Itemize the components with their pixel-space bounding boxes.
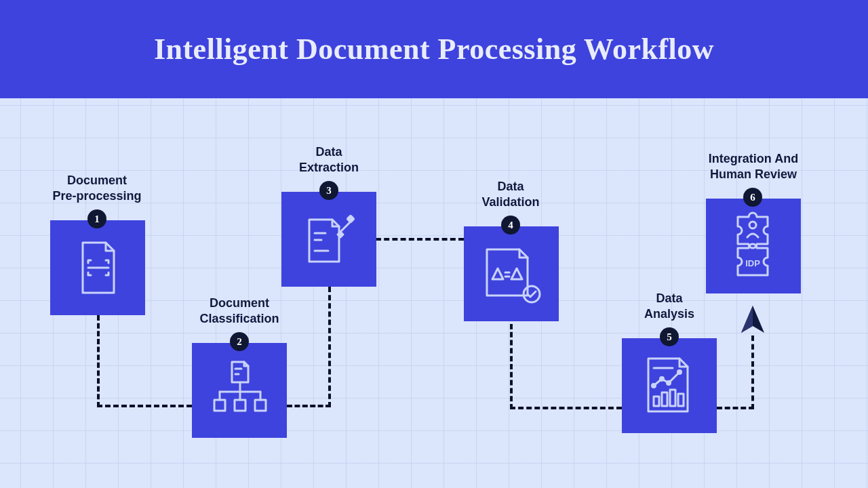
step-1-badge: 1: [87, 209, 106, 228]
connector-4-5-h: [510, 407, 622, 409]
document-chart-icon: [639, 352, 700, 420]
connector-4-5-v: [510, 324, 513, 409]
document-hierarchy-icon: [209, 357, 270, 424]
step-2-box: [192, 343, 287, 438]
step-4-label-line1: Data: [497, 180, 524, 193]
connector-1-2-v: [97, 315, 100, 407]
step-5-box: [622, 338, 717, 433]
step-4-label: Data Validation: [450, 179, 572, 209]
connector-5-6-h: [717, 407, 754, 409]
step-2-label-line2: Classification: [199, 312, 279, 325]
step-6-label-line1: Integration And: [709, 152, 798, 165]
svg-point-20: [652, 384, 656, 388]
step-3-label: Data Extraction: [268, 144, 390, 175]
document-scan-icon: [71, 237, 125, 298]
step-3-badge: 3: [319, 181, 338, 200]
svg-marker-1: [741, 306, 753, 333]
puzzle-person-icon: IDP: [723, 209, 784, 283]
svg-rect-9: [214, 400, 225, 411]
svg-rect-26: [670, 390, 675, 406]
connector-3-4-h: [376, 238, 464, 241]
svg-point-21: [660, 378, 664, 381]
step-6-label-line2: Human Review: [710, 167, 797, 181]
step-1-label-line1: Document: [67, 174, 127, 187]
svg-point-23: [678, 371, 682, 374]
arrow-up-icon: [741, 306, 764, 337]
svg-rect-10: [235, 400, 245, 411]
step-2-label-line1: Document: [210, 296, 269, 310]
svg-point-22: [667, 382, 671, 385]
step-6-label: Integration And Human Review: [692, 151, 814, 182]
diagram-canvas: Document Pre-processing 1 Document Class…: [0, 98, 868, 488]
document-edit-icon: [298, 209, 359, 270]
step-4-box: [464, 226, 559, 321]
connector-2-3-h: [287, 405, 331, 407]
step-1-box: [50, 220, 145, 315]
document-check-icon: [477, 240, 545, 308]
connector-5-6-v: [751, 336, 754, 409]
step-5-label-line2: Analysis: [644, 307, 694, 321]
puzzle-idp-text: IDP: [745, 258, 760, 268]
connector-2-3-v: [328, 287, 331, 407]
connector-1-2-h: [97, 405, 192, 407]
svg-rect-15: [346, 214, 355, 224]
step-4-label-line2: Validation: [481, 195, 539, 209]
step-1-label-line2: Pre-processing: [52, 189, 141, 203]
step-6-box: IDP: [706, 199, 801, 293]
step-5-label: Data Analysis: [608, 291, 730, 321]
diagram-header: Intelligent Document Processing Workflow: [0, 0, 868, 98]
svg-rect-25: [662, 392, 667, 406]
step-5-label-line1: Data: [656, 291, 682, 305]
step-2-badge: 2: [230, 332, 249, 351]
step-3-box: [281, 192, 376, 287]
svg-point-28: [749, 222, 756, 228]
step-1-label: Document Pre-processing: [36, 173, 158, 203]
step-5-badge: 5: [660, 327, 679, 346]
step-2-label: Document Classification: [178, 296, 300, 326]
svg-rect-11: [255, 400, 266, 411]
step-6-badge: 6: [743, 188, 762, 207]
diagram-title: Intelligent Document Processing Workflow: [154, 32, 714, 66]
svg-rect-27: [678, 394, 684, 406]
step-3-label-line2: Extraction: [299, 161, 359, 174]
svg-rect-24: [654, 396, 659, 406]
step-3-label-line1: Data: [315, 145, 342, 159]
step-4-badge: 4: [501, 216, 520, 235]
